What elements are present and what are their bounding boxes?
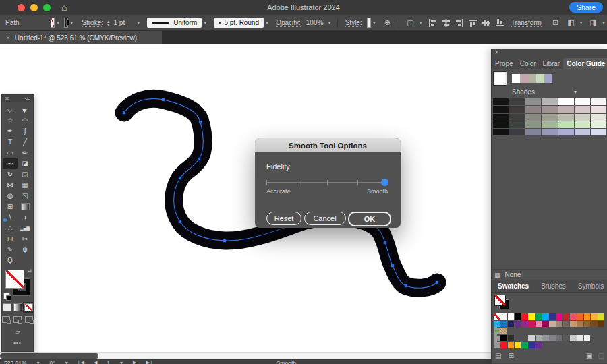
swatch[interactable]: [591, 313, 598, 320]
tab-libraries[interactable]: Librar: [540, 58, 564, 69]
style-label[interactable]: Style:: [345, 19, 362, 27]
swatch[interactable]: [525, 121, 541, 128]
swatch[interactable]: [520, 74, 528, 83]
fill-proxy-swatch[interactable]: [5, 270, 24, 289]
swatch[interactable]: [556, 335, 563, 342]
swatch[interactable]: [508, 335, 515, 342]
swatch[interactable]: [542, 129, 557, 135]
swatch[interactable]: [575, 98, 590, 105]
swatch[interactable]: [577, 321, 584, 328]
stroke-weight-label[interactable]: Stroke:: [82, 19, 103, 27]
artboard-number[interactable]: 1: [107, 360, 110, 364]
swatch[interactable]: [591, 321, 598, 328]
swatch[interactable]: [509, 98, 525, 105]
align-right-icon[interactable]: [455, 19, 464, 27]
swatch[interactable]: [494, 321, 500, 328]
swatch-registration[interactable]: [500, 313, 507, 320]
artboard-chevron-icon[interactable]: ▾: [120, 360, 123, 364]
swatch[interactable]: [591, 106, 606, 113]
swatch[interactable]: [528, 335, 535, 342]
swatch[interactable]: [509, 129, 525, 135]
swatch[interactable]: [509, 114, 525, 121]
swatch[interactable]: [493, 106, 509, 113]
fidelity-slider[interactable]: [266, 178, 388, 187]
tab-symbols[interactable]: Symbols: [572, 282, 607, 290]
swatch[interactable]: [515, 321, 521, 328]
tab-properties[interactable]: Prope: [492, 58, 517, 69]
swatch[interactable]: [558, 121, 574, 128]
opacity-label[interactable]: Opacity:: [276, 19, 301, 27]
swatch[interactable]: [536, 321, 542, 328]
color-group-folder-icon[interactable]: [494, 328, 500, 334]
swatch[interactable]: [525, 129, 541, 135]
swatch[interactable]: [598, 313, 604, 320]
swatch[interactable]: [584, 335, 591, 342]
magic-wand-tool[interactable]: ☆: [3, 115, 18, 125]
graph-tool[interactable]: ▂▅▇: [18, 223, 32, 233]
swatch[interactable]: [584, 313, 591, 320]
swatch[interactable]: [558, 114, 574, 121]
rotate-tool[interactable]: ↻: [3, 169, 18, 179]
swatch[interactable]: [493, 121, 509, 128]
zoom-tool[interactable]: Q: [3, 255, 18, 266]
swatch[interactable]: [591, 98, 606, 105]
swatch[interactable]: [528, 321, 535, 328]
swatch[interactable]: [536, 74, 544, 83]
tab-swatches[interactable]: Swatches: [492, 282, 535, 290]
swatch[interactable]: [509, 121, 525, 128]
close-document-icon[interactable]: ×: [6, 34, 10, 42]
swatch[interactable]: [525, 106, 541, 113]
swatch[interactable]: [500, 342, 507, 348]
cancel-button[interactable]: Cancel: [304, 212, 346, 225]
zoom-level-value[interactable]: 523.61%: [4, 360, 27, 364]
swatch[interactable]: [575, 121, 590, 128]
variation-type-dropdown[interactable]: Shades ▾: [492, 86, 607, 98]
swatch[interactable]: [558, 106, 574, 113]
reset-button[interactable]: Reset: [266, 212, 301, 225]
profile-chevron-icon[interactable]: ▾: [204, 20, 206, 26]
stroke-weight-stepper[interactable]: ▴ ▾: [107, 20, 110, 26]
align-bottom-icon[interactable]: [496, 19, 504, 27]
swatch[interactable]: [570, 313, 577, 320]
swatch[interactable]: [521, 313, 528, 320]
slice-tool[interactable]: ✂: [18, 234, 32, 244]
perspective-grid-tool[interactable]: ◹: [18, 191, 32, 201]
curvature-tool[interactable]: ʃ: [18, 126, 32, 136]
swatch[interactable]: [563, 321, 570, 328]
scale-tool[interactable]: ◱: [18, 169, 32, 179]
swatch[interactable]: [542, 106, 557, 113]
extra-options-icon[interactable]: ◨: [590, 18, 597, 27]
opacity-value[interactable]: 100%: [306, 19, 324, 26]
width-tool[interactable]: ⋈: [3, 180, 18, 190]
swatch[interactable]: [570, 335, 577, 342]
hand-tool[interactable]: ψ: [18, 245, 32, 255]
swatch[interactable]: [528, 313, 535, 320]
align-center-icon[interactable]: [442, 19, 451, 27]
gradient-button[interactable]: [13, 303, 22, 311]
color-button[interactable]: [3, 303, 11, 311]
swatch[interactable]: [528, 74, 536, 83]
lasso-tool[interactable]: ◠: [18, 115, 32, 125]
swatch[interactable]: [515, 342, 521, 348]
swatch[interactable]: [512, 74, 520, 83]
swatch[interactable]: [493, 98, 509, 105]
swatch[interactable]: [542, 321, 549, 328]
direct-selection-tool[interactable]: ▷: [3, 104, 18, 115]
swatch[interactable]: [558, 98, 574, 105]
color-group-folder-icon[interactable]: [494, 342, 500, 348]
swatch[interactable]: [528, 342, 535, 348]
swatch[interactable]: [577, 313, 584, 320]
swatch[interactable]: [575, 129, 590, 135]
type-tool[interactable]: T: [3, 137, 18, 147]
align-vcenter-icon[interactable]: [482, 19, 491, 27]
swatch[interactable]: [577, 335, 584, 342]
eraser-tool[interactable]: ◪: [18, 158, 32, 169]
eyedropper-tool[interactable]: ∖: [3, 212, 18, 222]
swatch[interactable]: [500, 321, 507, 328]
extra-options-chevron-icon[interactable]: ▾: [602, 20, 605, 26]
document-setup-icon[interactable]: ▢: [407, 18, 413, 27]
free-transform-tool[interactable]: ▦: [18, 180, 32, 190]
rotation-value[interactable]: 0°: [50, 360, 55, 364]
swatch[interactable]: [536, 342, 542, 348]
stroke-weight-chevron-icon[interactable]: ▾: [137, 20, 140, 26]
